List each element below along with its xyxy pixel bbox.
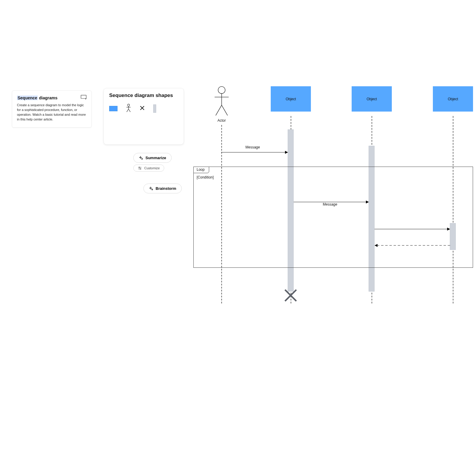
actor-label: Actor — [211, 118, 232, 123]
object-label: Object — [286, 97, 296, 101]
svg-line-5 — [129, 109, 130, 112]
message-label-2: Message — [323, 202, 337, 206]
customize-label: Customize — [144, 166, 160, 170]
sparkle-icon — [139, 156, 143, 160]
svg-marker-24 — [447, 228, 450, 231]
customize-button[interactable]: Customize — [133, 165, 164, 172]
svg-line-16 — [222, 105, 228, 116]
message-arrow-3[interactable] — [375, 227, 450, 231]
brainstorm-label: Brainstorm — [156, 186, 176, 191]
info-card-title: Sequence diagrams — [17, 95, 87, 101]
shape-actor-icon[interactable] — [126, 104, 131, 113]
svg-marker-26 — [375, 244, 378, 247]
destroy-icon[interactable] — [284, 289, 298, 302]
loop-condition: [Condition] — [197, 175, 214, 179]
svg-line-15 — [216, 105, 222, 116]
svg-marker-22 — [366, 201, 369, 203]
object-box-3[interactable]: Object — [433, 86, 473, 112]
sparkle-icon — [149, 187, 153, 191]
info-card: Sequence diagrams Create a sequence diag… — [12, 90, 92, 128]
object-box-2[interactable]: Object — [352, 86, 392, 112]
svg-point-9 — [139, 167, 140, 168]
presentation-icon — [81, 95, 87, 101]
svg-line-4 — [127, 109, 129, 112]
object-label: Object — [448, 97, 458, 101]
loop-frame-label: Loop — [193, 167, 209, 173]
info-card-body: Create a sequence diagram to model the l… — [17, 103, 87, 122]
svg-marker-20 — [285, 151, 288, 154]
shapes-palette-title: Sequence diagram shapes — [109, 93, 178, 98]
sequence-diagram-canvas[interactable]: Actor Object Object Object Loop [Conditi… — [190, 86, 476, 312]
message-label-1: Message — [245, 145, 260, 149]
actor-figure[interactable]: Actor — [211, 86, 232, 123]
info-card-title-highlight: Sequence — [17, 95, 38, 100]
shape-activation-bar[interactable] — [153, 104, 156, 113]
svg-point-11 — [140, 168, 141, 169]
loop-frame[interactable]: Loop [Condition] — [193, 167, 473, 268]
return-arrow[interactable] — [375, 243, 450, 248]
object-box-1[interactable]: Object — [271, 86, 311, 112]
summarize-button[interactable]: Summarize — [133, 153, 172, 163]
shape-destroy-icon[interactable] — [140, 105, 145, 112]
sliders-icon — [138, 166, 142, 170]
svg-point-1 — [128, 104, 130, 106]
summarize-label: Summarize — [145, 156, 166, 160]
object-label: Object — [367, 97, 377, 101]
shapes-palette: Sequence diagram shapes — [104, 88, 184, 145]
brainstorm-button[interactable]: Brainstorm — [143, 184, 182, 193]
action-button-stack: Summarize Customize Brainstorm — [133, 153, 182, 193]
shape-object-rect[interactable] — [109, 106, 118, 111]
svg-point-12 — [218, 87, 225, 94]
message-arrow-1[interactable] — [221, 150, 288, 154]
svg-rect-0 — [81, 95, 86, 98]
